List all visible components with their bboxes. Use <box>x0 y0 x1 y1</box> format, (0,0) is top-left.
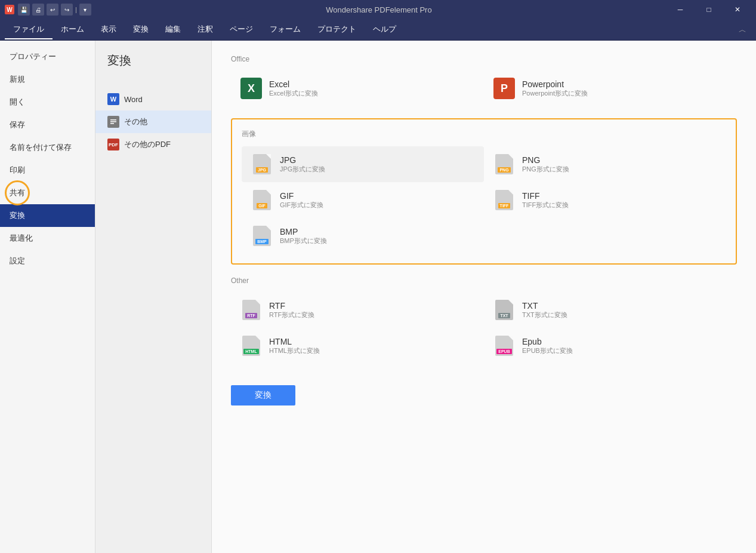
gif-desc: GIF形式に変換 <box>280 201 323 210</box>
png-name: PNG <box>522 155 569 165</box>
option-bmp[interactable]: BMP BMP BMP形式に変換 <box>242 218 484 254</box>
bmp-icon: BMP <box>251 225 273 247</box>
menu-view[interactable]: 表示 <box>92 20 125 39</box>
menu-protect[interactable]: プロテクト <box>309 20 365 39</box>
redo-toolbar-btn[interactable]: ↪ <box>61 4 73 16</box>
gif-tag: GIF <box>257 203 267 208</box>
save-toolbar-btn[interactable]: 💾 <box>18 4 30 16</box>
convert-button[interactable]: 変換 <box>231 385 295 405</box>
titlebar: W 💾 🖨 ↩ ↪ | ▾ Wondershare PDFelement Pro… <box>0 0 756 19</box>
subnav-other[interactable]: その他 <box>95 110 211 133</box>
menu-convert[interactable]: 変換 <box>125 20 157 39</box>
sidebar-item-settings[interactable]: 設定 <box>0 250 95 272</box>
subnav-word[interactable]: W Word <box>95 88 211 110</box>
sidebar-item-optimize[interactable]: 最適化 <box>0 227 95 250</box>
tiff-text: TIFF TIFF形式に変換 <box>522 191 569 210</box>
ppt-name: Powerpoint <box>522 79 588 89</box>
titlebar-controls: ─ □ ✕ <box>666 0 751 19</box>
convert-subnav: 変換 W Word その他 PDF その他のPDF <box>95 41 212 553</box>
sidebar-item-share[interactable]: 共有 <box>0 182 95 204</box>
png-desc: PNG形式に変換 <box>522 165 569 174</box>
gif-text: GIF GIF形式に変換 <box>280 191 323 210</box>
menu-form[interactable]: フォーム <box>261 20 309 39</box>
rtf-icon: RTF <box>240 299 262 321</box>
option-epub[interactable]: EPUB Epub EPUB形式に変換 <box>484 328 737 364</box>
office-label: Office <box>231 55 737 63</box>
option-tiff[interactable]: TIFF TIFF TIFF形式に変換 <box>484 182 726 218</box>
subnav-other-pdf[interactable]: PDF その他のPDF <box>95 133 211 156</box>
titlebar-toolbar: 💾 🖨 ↩ ↪ | ▾ <box>18 4 91 16</box>
excel-text: Excel Excel形式に変換 <box>269 79 318 98</box>
option-jpg[interactable]: JPG JPG JPG形式に変換 <box>242 146 484 182</box>
sidebar-item-print[interactable]: 印刷 <box>0 159 95 182</box>
option-rtf[interactable]: RTF RTF RTF形式に変換 <box>231 292 484 328</box>
undo-toolbar-btn[interactable]: ↩ <box>47 4 58 16</box>
ppt-text: Powerpoint Powerpoint形式に変換 <box>522 79 588 98</box>
menu-home[interactable]: ホーム <box>53 20 92 39</box>
txt-name: TXT <box>522 301 567 311</box>
html-icon: HTML <box>240 335 262 357</box>
expand-toolbar-btn[interactable]: ▾ <box>79 4 91 16</box>
print-toolbar-btn[interactable]: 🖨 <box>32 4 44 16</box>
other-section: Other RTF RTF RTF形式に変換 <box>231 276 737 364</box>
convert-content: Office X Excel Excel形式に変換 <box>212 41 756 553</box>
sidebar-item-open[interactable]: 開く <box>0 91 95 113</box>
svg-rect-2 <box>110 123 114 124</box>
excel-icon: X <box>240 78 262 99</box>
image-section: 画像 JPG JPG JPG形式に変換 <box>231 118 737 265</box>
menu-annotate[interactable]: 注釈 <box>189 20 221 39</box>
jpg-icon: JPG <box>251 153 273 175</box>
txt-icon: TXT <box>493 299 515 321</box>
subnav-word-label: Word <box>124 95 143 104</box>
menu-help[interactable]: ヘルプ <box>365 20 405 39</box>
excel-desc: Excel形式に変換 <box>269 89 318 98</box>
gif-icon: GIF <box>251 189 273 211</box>
menu-edit[interactable]: 編集 <box>157 20 189 39</box>
txt-desc: TXT形式に変換 <box>522 311 567 319</box>
png-icon: PNG <box>493 153 515 175</box>
minimize-button[interactable]: ─ <box>666 0 694 19</box>
other-grid: RTF RTF RTF形式に変換 <box>231 292 737 364</box>
sidebar-item-properties[interactable]: プロパティー <box>0 45 95 68</box>
bmp-desc: BMP形式に変換 <box>280 236 327 245</box>
ppt-desc: Powerpoint形式に変換 <box>522 89 588 98</box>
bmp-name: BMP <box>280 227 327 236</box>
epub-name: Epub <box>522 337 573 346</box>
sidebar-item-new[interactable]: 新規 <box>0 68 95 91</box>
epub-tag: EPUB <box>496 349 511 354</box>
option-html[interactable]: HTML HTML HTML形式に変換 <box>231 328 484 364</box>
option-powerpoint[interactable]: P Powerpoint Powerpoint形式に変換 <box>484 70 737 106</box>
office-grid: X Excel Excel形式に変換 P <box>231 70 737 106</box>
epub-text: Epub EPUB形式に変換 <box>522 337 573 355</box>
close-button[interactable]: ✕ <box>724 0 751 19</box>
tiff-desc: TIFF形式に変換 <box>522 201 569 210</box>
jpg-name: JPG <box>280 155 325 165</box>
txt-tag: TXT <box>498 313 510 318</box>
office-section: Office X Excel Excel形式に変換 <box>231 55 737 106</box>
rtf-tag: RTF <box>245 313 257 318</box>
word-icon: W <box>107 93 119 105</box>
gif-name: GIF <box>280 191 323 201</box>
page-title: 変換 <box>107 53 199 69</box>
titlebar-left: W 💾 🖨 ↩ ↪ | ▾ <box>5 4 91 16</box>
sidebar-item-save[interactable]: 保存 <box>0 113 95 136</box>
txt-text: TXT TXT形式に変換 <box>522 301 567 319</box>
image-grid: JPG JPG JPG形式に変換 <box>242 146 726 254</box>
epub-icon: EPUB <box>493 335 515 357</box>
menubar: ファイル ホーム 表示 変換 編集 注釈 ページ フォーム プロテクト ヘルプ … <box>0 19 756 41</box>
other-pdf-icon: PDF <box>107 139 119 150</box>
jpg-tag: JPG <box>256 167 268 173</box>
png-tag: PNG <box>498 167 510 173</box>
option-gif[interactable]: GIF GIF GIF形式に変換 <box>242 182 484 218</box>
option-excel[interactable]: X Excel Excel形式に変換 <box>231 70 484 106</box>
sidebar-item-saveas[interactable]: 名前を付けて保存 <box>0 136 95 159</box>
maximize-button[interactable]: □ <box>695 0 723 19</box>
sidebar-item-convert[interactable]: 変換 <box>0 204 95 227</box>
menubar-expand-btn[interactable]: ︿ <box>734 22 751 38</box>
menu-file[interactable]: ファイル <box>5 20 53 39</box>
html-name: HTML <box>269 337 320 346</box>
titlebar-separator: | <box>75 6 77 13</box>
menu-page[interactable]: ページ <box>221 20 261 39</box>
option-png[interactable]: PNG PNG PNG形式に変換 <box>484 146 726 182</box>
option-txt[interactable]: TXT TXT TXT形式に変換 <box>484 292 737 328</box>
